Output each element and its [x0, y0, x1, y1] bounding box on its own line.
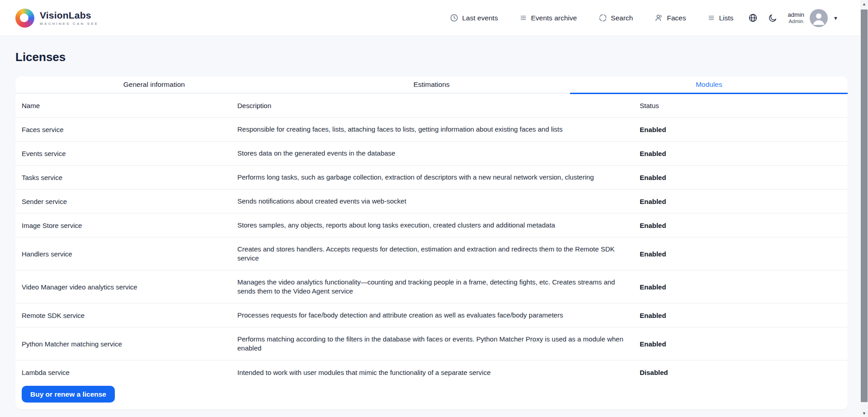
service-name: Image Store service [22, 222, 237, 229]
service-status: Enabled [640, 283, 841, 291]
service-description: Stores data on the generated events in t… [237, 142, 628, 165]
main-nav: Last events Events archive Search Faces [450, 14, 733, 22]
scan-circle-icon [599, 14, 607, 22]
scrollbar-up-arrow-icon[interactable]: ▲ [860, 0, 868, 8]
avatar[interactable] [810, 9, 828, 27]
service-name: Events service [22, 150, 237, 157]
visionlabs-logo-icon [15, 9, 34, 28]
service-name: Python Matcher matching service [22, 340, 237, 348]
vertical-scrollbar[interactable]: ▲ ▼ [860, 0, 868, 417]
list-icon [519, 14, 527, 22]
people-icon [655, 14, 663, 22]
nav-item-label: Search [611, 14, 633, 22]
nav-item-label: Lists [719, 14, 733, 22]
service-description: Performs long tasks, such as garbage col… [237, 166, 628, 189]
table-row: Sender service Sends notifications about… [15, 190, 848, 213]
language-globe-icon[interactable] [748, 13, 758, 23]
service-description: Responsible for creating faces, lists, a… [237, 118, 628, 141]
table-row: Tasks service Performs long tasks, such … [15, 166, 848, 190]
service-description: Stores samples, any objects, reports abo… [237, 213, 628, 237]
brand-logo[interactable]: VisionLabs MACHINES CAN SEE [15, 9, 99, 28]
column-header-name: Name [22, 102, 237, 109]
service-status: Enabled [640, 222, 841, 229]
top-header: VisionLabs MACHINES CAN SEE Last events … [0, 0, 868, 36]
service-description: Manages the video analytics functionalit… [237, 270, 628, 303]
service-status: Enabled [640, 312, 841, 319]
dark-mode-moon-icon[interactable] [768, 14, 777, 23]
brand-tagline: MACHINES CAN SEE [40, 22, 99, 26]
header-controls: admin Admin ▼ [748, 9, 838, 27]
main-content: Licenses General information Estimations… [0, 49, 868, 409]
table-row: Events service Stores data on the genera… [15, 142, 848, 166]
clock-icon [450, 14, 458, 22]
nav-item-label: Last events [462, 14, 498, 22]
tab-estimations[interactable]: Estimations [293, 76, 571, 93]
service-status: Enabled [640, 340, 841, 348]
service-description: Sends notifications about created events… [237, 190, 628, 213]
licenses-card: General information Estimations Modules … [15, 76, 848, 409]
column-header-status: Status [640, 102, 841, 109]
nav-item-lists[interactable]: Lists [708, 14, 733, 22]
table-row: Image Store service Stores samples, any … [15, 213, 848, 237]
table-row: Video Manager video analytics service Ma… [15, 270, 848, 303]
nav-item-search[interactable]: Search [599, 14, 633, 22]
service-description: Processes requests for face/body detecti… [237, 303, 628, 327]
page-title: Licenses [15, 49, 868, 65]
tab-modules[interactable]: Modules [570, 76, 848, 93]
nav-item-label: Faces [667, 14, 686, 22]
service-name: Remote SDK service [22, 312, 237, 319]
table-row: Handlers service Creates and stores hand… [15, 237, 848, 270]
nav-item-events-archive[interactable]: Events archive [519, 14, 577, 22]
service-description: Performs matching according to the filte… [237, 327, 628, 360]
user-name: admin [788, 11, 804, 19]
list-icon [708, 14, 715, 22]
service-status: Enabled [640, 198, 841, 205]
nav-item-label: Events archive [531, 14, 577, 22]
nav-item-faces[interactable]: Faces [655, 14, 686, 22]
table-row: Faces service Responsible for creating f… [15, 118, 848, 142]
service-name: Lambda service [22, 369, 237, 376]
service-status: Enabled [640, 126, 841, 133]
scrollbar-down-arrow-icon[interactable]: ▼ [860, 409, 868, 417]
service-status: Enabled [640, 174, 841, 181]
service-name: Faces service [22, 126, 237, 133]
service-description: Creates and stores handlers. Accepts req… [237, 237, 628, 270]
chevron-down-icon: ▼ [833, 15, 838, 21]
service-name: Sender service [22, 198, 237, 205]
brand-name: VisionLabs [40, 10, 99, 21]
service-name: Handlers service [22, 250, 237, 258]
table-row: Lambda service Intended to work with use… [15, 360, 848, 384]
user-menu[interactable]: admin Admin ▼ [788, 9, 838, 27]
table-row: Python Matcher matching service Performs… [15, 327, 848, 360]
service-status: Enabled [640, 250, 841, 258]
service-status: Enabled [640, 150, 841, 157]
tab-general-information[interactable]: General information [15, 76, 293, 93]
table-header-row: Name Description Status [15, 94, 848, 118]
table-row: Remote SDK service Processes requests fo… [15, 303, 848, 327]
column-header-description: Description [237, 102, 640, 109]
service-status: Disabled [640, 369, 841, 376]
service-description: Intended to work with user modules that … [237, 361, 628, 384]
service-name: Tasks service [22, 174, 237, 181]
buy-or-renew-license-button[interactable]: Buy or renew a license [22, 386, 115, 403]
service-name: Video Manager video analytics service [22, 283, 237, 291]
scrollbar-thumb[interactable] [861, 9, 868, 402]
nav-item-last-events[interactable]: Last events [450, 14, 498, 22]
user-role: Admin [788, 19, 803, 25]
tab-bar: General information Estimations Modules [15, 76, 848, 94]
